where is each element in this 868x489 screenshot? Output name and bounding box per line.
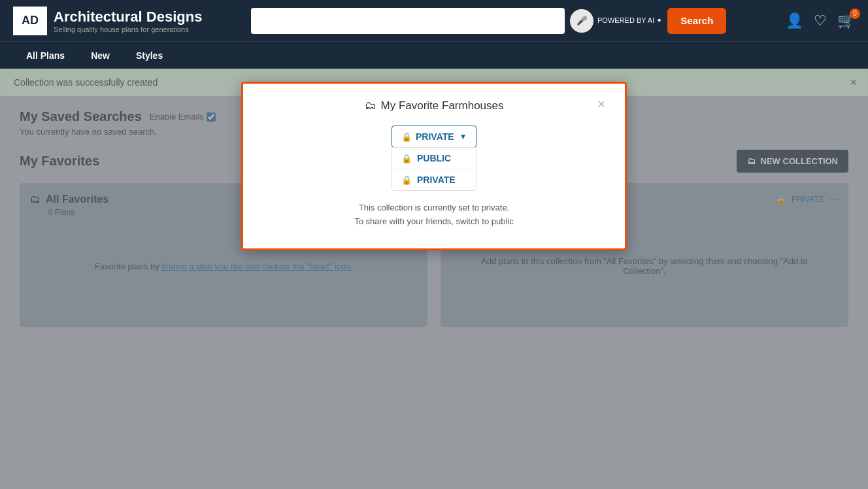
dropdown-lock-icon: 🔒 <box>401 132 412 142</box>
logo-title: Architectural Designs <box>54 8 202 25</box>
modal-hint: This collection is currently set to priv… <box>263 201 605 229</box>
modal-header: 🗂 My Favorite Farmhouses × <box>263 99 605 112</box>
mic-button[interactable]: 🎤 <box>570 9 593 33</box>
nav-new[interactable]: New <box>78 42 123 69</box>
logo-area: AD Architectural Designs Selling quality… <box>13 7 202 35</box>
privacy-dropdown-selected[interactable]: 🔒 PRIVATE ▼ <box>392 126 476 148</box>
search-button[interactable]: Search <box>667 8 726 34</box>
dropdown-area: 🔒 PRIVATE ▼ 🔒 PUBLIC 🔒 PRIVATE <box>263 126 605 191</box>
logo-initials: AD <box>22 14 39 27</box>
logo-subtitle: Selling quality house plans for generati… <box>54 25 202 33</box>
nav-styles[interactable]: Styles <box>123 42 176 69</box>
header-icons: 👤 ♡ 🛒 0 <box>786 12 855 29</box>
dropdown-option-public[interactable]: 🔒 PUBLIC <box>392 148 476 169</box>
modal-hint-line1: This collection is currently set to priv… <box>263 201 605 215</box>
page-background: Collection was successfully created × My… <box>0 69 868 489</box>
dropdown-selected-label: PRIVATE <box>416 131 454 142</box>
modal: 🗂 My Favorite Farmhouses × 🔒 PRIVATE ▼ 🔒… <box>241 82 627 250</box>
search-input-wrapper <box>251 8 565 34</box>
dropdown-option-private[interactable]: 🔒 PRIVATE <box>392 169 476 190</box>
option-lock-icon: 🔒 <box>401 175 412 185</box>
header: AD Architectural Designs Selling quality… <box>0 0 868 41</box>
mic-icon: 🎤 <box>576 16 588 25</box>
logo-text-area: Architectural Designs Selling quality ho… <box>54 8 202 33</box>
chevron-down-icon: ▼ <box>459 132 467 141</box>
powered-by-label: POWERED BY AI ✦ <box>597 16 662 25</box>
heart-icon[interactable]: ♡ <box>814 12 827 29</box>
nav-all-plans[interactable]: All Plans <box>13 42 78 69</box>
user-icon[interactable]: 👤 <box>786 12 803 29</box>
cart-icon[interactable]: 🛒 0 <box>837 12 855 29</box>
search-bar-area: 🎤 POWERED BY AI ✦ Search <box>202 8 775 34</box>
modal-folder-icon: 🗂 <box>365 99 376 112</box>
nav-bar: All Plans New Styles <box>0 41 868 69</box>
modal-title: 🗂 My Favorite Farmhouses <box>365 99 504 112</box>
option-lock-icon: 🔒 <box>401 154 412 163</box>
logo-box: AD <box>13 7 47 35</box>
modal-hint-line2: To share with your friends, switch to pu… <box>263 215 605 229</box>
modal-close-button[interactable]: × <box>597 97 605 112</box>
search-input[interactable] <box>258 16 558 26</box>
cart-count: 0 <box>850 8 860 19</box>
privacy-dropdown-menu: 🔒 PUBLIC 🔒 PRIVATE <box>392 147 476 191</box>
